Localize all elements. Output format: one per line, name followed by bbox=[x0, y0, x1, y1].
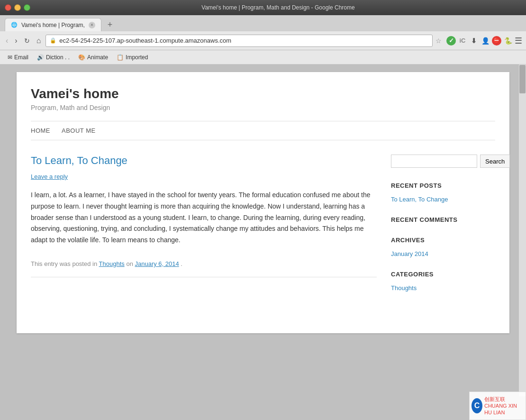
extension-icons: ✓ iC ⬇ 👤 ⛔ 🐍 ☰ bbox=[446, 36, 522, 46]
post-meta: Leave a reply bbox=[31, 173, 377, 180]
recent-posts-section: RECENT POSTS To Learn, To Change bbox=[391, 182, 495, 203]
ext-download-icon[interactable]: ⬇ bbox=[469, 36, 479, 46]
archive-link-1[interactable]: January 2014 bbox=[391, 250, 495, 257]
tab-favicon: 🌐 bbox=[11, 22, 18, 28]
bookmarks-bar: ✉ Email 🔊 Diction . . 🎨 Animate 📋 Import… bbox=[0, 50, 526, 64]
url-bar[interactable]: 🔒 ec2-54-254-225-107.ap-southeast-1.comp… bbox=[45, 35, 433, 47]
browser-content-area: Vamei's home Program, Math and Design HO… bbox=[0, 64, 526, 396]
ext-python-icon[interactable]: 🐍 bbox=[503, 36, 513, 46]
ext-user-icon[interactable]: 👤 bbox=[481, 36, 490, 46]
site-subtitle: Program, Math and Design bbox=[31, 104, 495, 111]
tab-label: Vamei's home | Program, bbox=[21, 22, 85, 28]
recent-comments-title: RECENT COMMENTS bbox=[391, 216, 495, 223]
browser-title: Vamei's home | Program, Math and Design … bbox=[35, 4, 521, 11]
nav-home[interactable]: HOME bbox=[31, 127, 50, 134]
reload-button[interactable]: ↻ bbox=[22, 36, 32, 46]
category-link-1[interactable]: Thoughts bbox=[391, 284, 495, 292]
watermark-text: 创新互联CHUANG XIN HU LIAN bbox=[484, 396, 524, 396]
categories-title: CATEGORIES bbox=[391, 271, 495, 278]
post-footer-middle: on bbox=[126, 260, 133, 267]
url-actions: ☆ bbox=[435, 37, 442, 45]
page-container: Vamei's home Program, Math and Design HO… bbox=[17, 72, 509, 333]
main-layout: To Learn, To Change Leave a reply I lear… bbox=[31, 155, 495, 305]
post-category-link[interactable]: Thoughts bbox=[99, 260, 125, 267]
content-area: To Learn, To Change Leave a reply I lear… bbox=[31, 155, 377, 305]
categories-section: CATEGORIES Thoughts bbox=[391, 271, 495, 292]
sidebar-search: Search bbox=[391, 155, 495, 168]
browser-titlebar: Vamei's home | Program, Math and Design … bbox=[0, 0, 526, 15]
maximize-button[interactable] bbox=[24, 4, 30, 11]
recent-post-link-1[interactable]: To Learn, To Change bbox=[391, 196, 495, 203]
imported-bookmark-icon: 📋 bbox=[117, 54, 124, 61]
url-text: ec2-54-254-225-107.ap-southeast-1.comput… bbox=[59, 37, 428, 44]
archives-title: ARCHIVES bbox=[391, 237, 495, 244]
post-title[interactable]: To Learn, To Change bbox=[31, 155, 377, 167]
ext-avast-icon[interactable]: ✓ bbox=[446, 36, 456, 46]
nav-about-me[interactable]: ABOUT ME bbox=[62, 127, 96, 134]
ext-ic-icon[interactable]: iC bbox=[458, 36, 467, 46]
page-wrapper: Vamei's home Program, Math and Design HO… bbox=[0, 64, 526, 396]
search-input[interactable] bbox=[391, 155, 477, 168]
site-title[interactable]: Vamei's home bbox=[31, 86, 495, 101]
home-button[interactable]: ⌂ bbox=[35, 36, 43, 46]
post-footer-prefix: This entry was posted in bbox=[31, 260, 97, 267]
bookmark-email-label: Email bbox=[14, 54, 28, 61]
close-button[interactable] bbox=[5, 4, 11, 11]
active-tab[interactable]: 🌐 Vamei's home | Program, × bbox=[5, 18, 101, 31]
diction-bookmark-icon: 🔊 bbox=[37, 54, 44, 61]
watermark: C 创新互联CHUANG XIN HU LIAN bbox=[469, 392, 526, 396]
tab-close-button[interactable]: × bbox=[89, 22, 95, 28]
post-divider bbox=[31, 277, 377, 277]
site-header: Vamei's home Program, Math and Design bbox=[31, 86, 495, 121]
email-bookmark-icon: ✉ bbox=[8, 54, 12, 61]
leave-reply-link[interactable]: Leave a reply bbox=[31, 173, 68, 180]
forward-button[interactable]: › bbox=[13, 36, 19, 46]
archives-section: ARCHIVES January 2014 bbox=[391, 237, 495, 257]
bookmark-diction[interactable]: 🔊 Diction . . bbox=[34, 53, 73, 62]
recent-posts-title: RECENT POSTS bbox=[391, 182, 495, 189]
scrollbar-thumb[interactable] bbox=[519, 65, 526, 93]
bookmark-star-button[interactable]: ☆ bbox=[435, 37, 442, 45]
site-nav: HOME ABOUT ME bbox=[31, 121, 495, 140]
sidebar: Search RECENT POSTS To Learn, To Change … bbox=[391, 155, 495, 305]
back-button[interactable]: ‹ bbox=[4, 36, 10, 46]
bookmark-imported-label: Imported bbox=[126, 54, 148, 61]
tab-bar: 🌐 Vamei's home | Program, × + bbox=[0, 15, 526, 31]
post-footer-suffix: . bbox=[181, 260, 182, 267]
window-controls[interactable] bbox=[5, 4, 30, 11]
post-date-link[interactable]: January 6, 2014 bbox=[135, 260, 179, 267]
scrollbar-track[interactable] bbox=[519, 64, 526, 396]
recent-comments-section: RECENT COMMENTS bbox=[391, 216, 495, 223]
bookmark-imported[interactable]: 📋 Imported bbox=[114, 53, 151, 62]
bookmark-email[interactable]: ✉ Email bbox=[5, 53, 31, 62]
post-body: I learn, a lot. As a learner, I have sta… bbox=[31, 190, 377, 246]
ext-stop-icon[interactable]: ⛔ bbox=[492, 36, 501, 46]
search-button[interactable]: Search bbox=[480, 155, 510, 168]
animate-bookmark-icon: 🎨 bbox=[78, 54, 85, 61]
bookmark-animate-label: Animate bbox=[87, 54, 108, 61]
new-tab-button[interactable]: + bbox=[103, 18, 117, 31]
chrome-menu-button[interactable]: ☰ bbox=[515, 36, 522, 46]
minimize-button[interactable] bbox=[14, 4, 21, 11]
bookmark-animate[interactable]: 🎨 Animate bbox=[75, 53, 111, 62]
url-lock-icon: 🔒 bbox=[50, 37, 56, 44]
post-footer: This entry was posted in Thoughts on Jan… bbox=[31, 260, 377, 267]
bookmark-diction-label: Diction . . bbox=[46, 54, 70, 61]
address-bar: ‹ › ↻ ⌂ 🔒 ec2-54-254-225-107.ap-southeas… bbox=[0, 31, 526, 50]
